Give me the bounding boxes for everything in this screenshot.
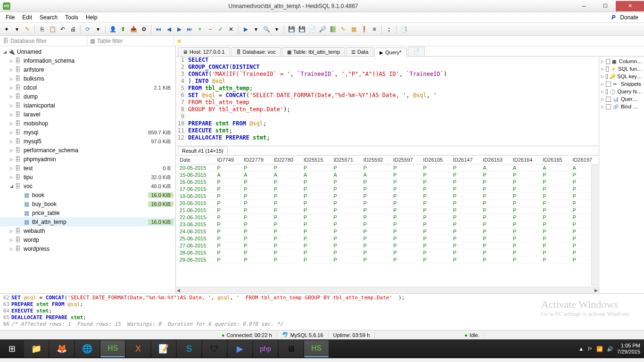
result-tab[interactable]: Result #1 (14×15): [178, 147, 228, 156]
tool-warn[interactable]: ❗: [359, 25, 369, 34]
tray-flag-icon[interactable]: 🏳: [587, 346, 593, 352]
cell[interactable]: P: [214, 214, 240, 221]
horizontal-scrollbar[interactable]: ◀▶: [176, 287, 599, 293]
cell[interactable]: P: [389, 235, 419, 242]
table-row[interactable]: 29-06-2015PPPPPPPPPPPPP: [176, 256, 599, 263]
cell[interactable]: P: [360, 200, 389, 207]
cell[interactable]: P: [449, 186, 479, 193]
tree-item[interactable]: ▷🗄laravel: [0, 110, 175, 119]
tool-undo[interactable]: ↶: [58, 25, 67, 34]
cell[interactable]: P: [539, 172, 569, 179]
cell[interactable]: P: [420, 228, 449, 235]
cell[interactable]: P: [330, 256, 359, 263]
cell[interactable]: P: [360, 214, 389, 221]
tree-item[interactable]: ▷🗄islamicportal: [0, 101, 175, 110]
task-app[interactable]: 🖥: [279, 340, 303, 357]
tool-save[interactable]: 💾: [287, 25, 296, 34]
cell[interactable]: P: [330, 235, 359, 242]
cell[interactable]: P: [360, 235, 389, 242]
tree-item[interactable]: ▦book16.0 KiB: [0, 190, 175, 199]
tree-item[interactable]: ▷🗄bulksms: [0, 74, 175, 83]
cell[interactable]: P: [330, 165, 359, 172]
cell[interactable]: P: [300, 200, 330, 207]
cell[interactable]: P: [449, 249, 479, 256]
checkbox[interactable]: [606, 97, 611, 102]
cell[interactable]: P: [509, 249, 539, 256]
cell[interactable]: P: [539, 221, 569, 228]
task-firefox[interactable]: 🦊: [50, 340, 74, 357]
tray-net-icon[interactable]: 📶: [596, 346, 603, 352]
cell[interactable]: P: [389, 221, 419, 228]
cell[interactable]: P: [389, 165, 419, 172]
tool-paste[interactable]: 📋: [48, 25, 57, 34]
helper-item[interactable]: ▷📊Quer…: [600, 95, 643, 103]
cell[interactable]: 20-06-2015: [176, 200, 214, 207]
cell[interactable]: P: [240, 242, 270, 249]
cell[interactable]: P: [389, 207, 419, 214]
cell[interactable]: P: [420, 221, 449, 228]
tree-item[interactable]: ▷🗄performance_schema: [0, 146, 175, 155]
table-row[interactable]: 28-06-2015PPPPPPPPPPPPP: [176, 249, 599, 256]
cell[interactable]: 17-06-2015: [176, 186, 214, 193]
cell[interactable]: P: [300, 235, 330, 242]
cell[interactable]: P: [509, 179, 539, 186]
tool-refresh[interactable]: ⟳: [83, 25, 92, 34]
cell[interactable]: P: [389, 200, 419, 207]
cell[interactable]: P: [509, 193, 539, 200]
cell[interactable]: P: [509, 256, 539, 263]
menu-help[interactable]: Help: [82, 13, 101, 22]
tree-item[interactable]: ▷🗄dump: [0, 92, 175, 101]
cell[interactable]: P: [509, 186, 539, 193]
cell[interactable]: P: [214, 235, 240, 242]
cell[interactable]: P: [300, 165, 330, 172]
cell[interactable]: 21-06-2015: [176, 207, 214, 214]
cell[interactable]: P: [539, 207, 569, 214]
cell[interactable]: P: [214, 228, 240, 235]
tool-edit[interactable]: ✎: [23, 25, 32, 34]
tool-find[interactable]: 🔎: [318, 25, 327, 34]
cell[interactable]: P: [479, 200, 509, 207]
tool-highlight[interactable]: ▦: [349, 25, 358, 34]
cell[interactable]: P: [449, 256, 479, 263]
column-header[interactable]: ID26153: [479, 156, 509, 165]
cell[interactable]: P: [449, 221, 479, 228]
cell[interactable]: P: [449, 214, 479, 221]
cell[interactable]: P: [420, 200, 449, 207]
sql-editor[interactable]: 1SELECT2GROUP_CONCAT(DISTINCT3CONCAT('MA…: [176, 57, 599, 146]
cell[interactable]: P: [240, 207, 270, 214]
cell[interactable]: P: [300, 249, 330, 256]
cell[interactable]: P: [330, 179, 359, 186]
table-row[interactable]: 27-06-2015PPPPPPPPPPPPP: [176, 242, 599, 249]
tool-tab[interactable]: 📑: [399, 25, 408, 34]
cell[interactable]: P: [509, 200, 539, 207]
cell[interactable]: P: [270, 200, 300, 207]
helper-item[interactable]: ▷🕐Query hi…: [600, 88, 643, 95]
cell[interactable]: P: [509, 172, 539, 179]
cell[interactable]: P: [214, 256, 240, 263]
start-button[interactable]: ⊞: [0, 339, 24, 358]
tree-item[interactable]: ▷🗄wordp: [0, 235, 175, 244]
cell[interactable]: P: [270, 214, 300, 221]
tree-item[interactable]: ▷🗄mysql597.0 KiB: [0, 137, 175, 146]
cell[interactable]: A: [479, 165, 509, 172]
cell[interactable]: A: [270, 172, 300, 179]
column-header[interactable]: ID25515: [300, 156, 330, 165]
cell[interactable]: A: [509, 165, 539, 172]
table-row[interactable]: 20-06-2015PPPPPPPPPPPPP: [176, 200, 599, 207]
cell[interactable]: P: [240, 179, 270, 186]
table-row[interactable]: 18-06-2015PPPPPPPPPPPPP: [176, 193, 599, 200]
cell[interactable]: P: [539, 200, 569, 207]
cell[interactable]: P: [389, 249, 419, 256]
tool-dropdown[interactable]: ▾: [12, 25, 22, 34]
cell[interactable]: P: [300, 186, 330, 193]
cell[interactable]: P: [270, 235, 300, 242]
cell[interactable]: P: [300, 193, 330, 200]
cell[interactable]: P: [270, 179, 300, 186]
menu-search[interactable]: Search: [36, 13, 61, 22]
vertical-scrollbar[interactable]: [591, 165, 598, 286]
cell[interactable]: P: [214, 200, 240, 207]
cell[interactable]: A: [539, 165, 569, 172]
table-filter[interactable]: ▦ Table filter: [87, 36, 174, 46]
cell[interactable]: 20-05-2015: [176, 165, 214, 172]
table-row[interactable]: 16-06-2015PPPPPPPPPPPPP: [176, 179, 599, 186]
